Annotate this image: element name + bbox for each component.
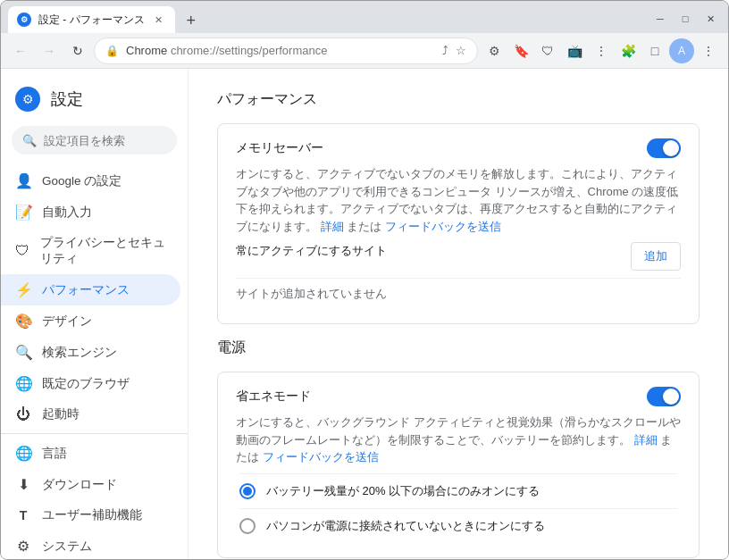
window-frame: ⚙ 設定 - パフォーマンス ✕ + ─ □ ✕ ← → ↻ 🔒 Chrome … [0,0,729,560]
memory-saver-detail-link[interactable]: 詳細 [321,220,344,233]
sidebar: ⚙ 設定 🔍 👤 Google の設定 📝 自動入力 🛡 プライバシーとセキュリ… [1,69,189,559]
tab-title: 設定 - パフォーマンス [38,13,145,28]
power-saver-card: 省エネモード オンにすると、バックグラウンド アクティビティと視覚効果（滑らかな… [217,372,700,558]
more-menu-button[interactable]: ⋮ [696,38,721,63]
address-text: Chrome chrome://settings/performance [126,44,435,57]
power-icon: ⏻ [15,406,31,422]
power-section-title: 電源 [217,339,700,357]
settings-icon: ⚙ [15,87,40,112]
system-icon: ⚙ [15,538,31,555]
search-icon: 🔍 [22,134,37,147]
power-saver-title: 省エネモード [236,389,311,405]
design-icon: 🎨 [15,313,31,330]
no-sites-text: サイトが追加されていません [236,278,681,309]
sidebar-item-autofill[interactable]: 📝 自動入力 [1,196,180,228]
content-area: パフォーマンス メモリセーバー オンにすると、アクティブでないタブのメモリを解放… [189,69,728,559]
profile-avatar[interactable]: A [669,38,694,63]
sidebar-label-google: Google の設定 [42,173,122,189]
sidebar-label-system: システム [42,539,92,555]
memory-saver-header: メモリセーバー [236,138,681,158]
back-button[interactable]: ← [8,38,33,63]
extensions-grid-icon[interactable]: ⋮ [589,38,614,63]
sidebar-divider [1,433,188,434]
sidebar-label-autofill: 自動入力 [42,205,92,221]
always-active-label: 常にアクティブにするサイト [236,243,387,259]
shield-icon: 🛡 [15,243,29,259]
sidebar-item-design[interactable]: 🎨 デザイン [1,305,180,337]
profile-shield-icon[interactable]: 🛡 [535,38,560,63]
search-input[interactable] [44,134,189,147]
download-icon: ⬇ [15,476,31,493]
radio-option-unplugged[interactable]: パソコンが電源に接続されていないときにオンにする [236,509,681,543]
accessibility-icon: T [15,508,31,522]
sidebar-item-search[interactable]: 🔍 検索エンジン [1,337,180,368]
bookmark-manager-icon[interactable]: 🔖 [508,38,533,63]
new-tab-button[interactable]: + [179,8,204,33]
sidebar-header: ⚙ 設定 [1,76,188,126]
extension-chrome-icon[interactable]: ⚙ [482,38,507,63]
sidebar-label-accessibility: ユーザー補助機能 [42,507,142,523]
secure-icon: 🔒 [105,45,119,57]
sidebar-item-google-settings[interactable]: 👤 Google の設定 [1,165,180,196]
power-saver-desc: オンにすると、バックグラウンド アクティビティと視覚効果（滑らかなスクロールや動… [236,414,681,466]
tab-area: ⚙ 設定 - パフォーマンス ✕ + [8,1,204,33]
bookmark-icon[interactable]: ☆ [456,44,466,57]
window-controls: ─ □ ✕ [649,8,721,33]
power-saver-detail-link[interactable]: 詳細 [634,433,658,447]
settings-title: 設定 [51,88,83,110]
address-bar[interactable]: 🔒 Chrome chrome://settings/performance ⤴… [94,38,478,64]
sidebar-label-lang: 言語 [42,446,67,462]
memory-saver-card: メモリセーバー オンにすると、アクティブでないタブのメモリを解放します。これによ… [217,123,700,324]
nav-bar: ← → ↻ 🔒 Chrome chrome://settings/perform… [1,33,728,69]
extensions-icon[interactable]: 🧩 [616,38,641,63]
tab-favicon: ⚙ [17,13,31,27]
nav-right-icons: ⚙ 🔖 🛡 📺 ⋮ 🧩 □ A ⋮ [482,38,721,63]
sidebar-search-box[interactable]: 🔍 [12,126,177,155]
forward-button[interactable]: → [37,38,62,63]
memory-saver-title: メモリセーバー [236,140,323,156]
performance-section-title: パフォーマンス [217,90,700,109]
power-saver-toggle[interactable] [647,387,681,406]
add-site-button[interactable]: 追加 [631,242,681,271]
sidebar-item-system[interactable]: ⚙ システム [1,531,180,559]
radio-battery-label: バッテリー残量が 20% 以下の場合にのみオンにする [266,483,540,499]
share-icon[interactable]: ⤴ [442,44,448,57]
title-bar: ⚙ 設定 - パフォーマンス ✕ + ─ □ ✕ [1,1,728,33]
sidebar-item-startup[interactable]: ⏻ 起動時 [1,399,180,430]
sidebar-label-design: デザイン [42,313,92,330]
sidebar-item-lang[interactable]: 🌐 言語 [1,438,180,469]
performance-icon: ⚡ [15,281,31,298]
sidebar-item-downloads[interactable]: ⬇ ダウンロード [1,469,180,500]
search-engine-icon: 🔍 [15,344,31,361]
sidebar-item-browser[interactable]: 🌐 既定のブラウザ [1,368,180,399]
power-saver-header: 省エネモード [236,387,681,406]
tab-search-icon[interactable]: □ [642,38,667,63]
sidebar-label-startup: 起動時 [42,406,80,422]
media-router-icon[interactable]: 📺 [562,38,587,63]
power-saver-feedback-link[interactable]: フィードバックを送信 [263,450,379,464]
sidebar-label-search: 検索エンジン [42,345,117,361]
person-icon: 👤 [15,172,31,189]
globe-icon: 🌐 [15,445,31,462]
sidebar-item-privacy[interactable]: 🛡 プライバシーとセキュリティ [1,228,180,274]
tab-close-button[interactable]: ✕ [152,13,166,27]
sidebar-label-privacy: プライバシーとセキュリティ [40,235,166,267]
sidebar-label-performance: パフォーマンス [42,282,130,298]
sidebar-item-performance[interactable]: ⚡ パフォーマンス [1,274,180,305]
minimize-button[interactable]: ─ [649,8,671,29]
radio-battery-indicator [239,483,256,499]
always-active-row: 常にアクティブにするサイト 追加 [236,242,681,271]
radio-unplugged-label: パソコンが電源に接続されていないときにオンにする [266,518,545,534]
memory-saver-feedback-link[interactable]: フィードバックを送信 [385,220,501,233]
memory-saver-toggle[interactable] [647,138,681,158]
sidebar-label-downloads: ダウンロード [42,477,117,493]
radio-option-battery[interactable]: バッテリー残量が 20% 以下の場合にのみオンにする [236,474,681,508]
or-text: または [347,220,381,233]
close-button[interactable]: ✕ [700,8,721,29]
maximize-button[interactable]: □ [675,8,696,29]
memory-saver-desc: オンにすると、アクティブでないタブのメモリを解放します。これにより、アクティブな… [236,165,681,235]
edit-icon: 📝 [15,204,31,221]
refresh-button[interactable]: ↻ [65,38,90,63]
sidebar-item-accessibility[interactable]: T ユーザー補助機能 [1,500,180,531]
active-tab[interactable]: ⚙ 設定 - パフォーマンス ✕ [8,6,175,33]
